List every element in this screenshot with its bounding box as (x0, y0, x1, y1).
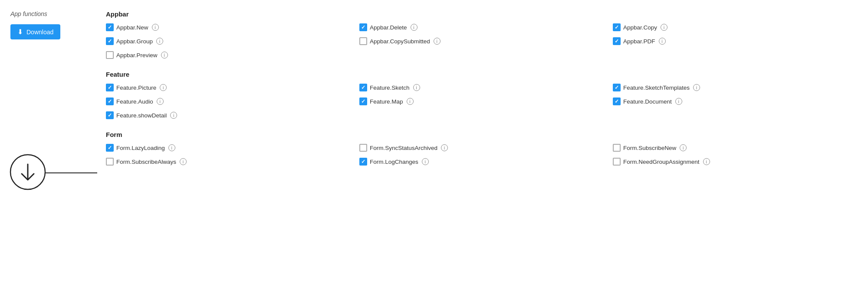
checkbox-item-feature-picture: ✓Feature.Picturei (106, 82, 351, 93)
checkbox-appbar-group[interactable]: ✓ (106, 37, 114, 45)
checkbox-item-feature-sketchtemplates: ✓Feature.SketchTemplatesi (613, 82, 858, 93)
label-feature-picture: Feature.Picture (116, 84, 156, 91)
checkbox-form-logchanges[interactable]: ✓ (359, 158, 367, 166)
checkbox-item-appbar-copysubmitted: Appbar.CopySubmittedi (359, 36, 604, 46)
checkbox-item-feature-audio: ✓Feature.Audioi (106, 96, 351, 107)
checkbox-item-appbar-new: ✓Appbar.Newi (106, 22, 351, 32)
info-icon-appbar-copy[interactable]: i (661, 24, 667, 31)
info-icon-appbar-copysubmitted[interactable]: i (434, 38, 441, 45)
checkbox-item-appbar-delete: ✓Appbar.Deletei (359, 22, 604, 32)
checkbox-item-form-syncstatusarchived: Form.SyncStatusArchivedi (359, 143, 604, 153)
info-icon-feature-map[interactable]: i (407, 98, 414, 105)
label-appbar-new: Appbar.New (116, 24, 148, 31)
label-feature-document: Feature.Document (623, 98, 672, 105)
checkbox-item-form-subscribealways: Form.SubscribeAlwaysi (106, 156, 351, 167)
label-appbar-pdf: Appbar.PDF (623, 38, 655, 45)
info-icon-feature-sketchtemplates[interactable]: i (693, 84, 700, 91)
checkmark-icon: ✓ (361, 159, 365, 164)
info-icon-form-logchanges[interactable]: i (422, 158, 429, 165)
checkmark-icon: ✓ (615, 25, 619, 30)
label-form-logchanges: Form.LogChanges (370, 159, 418, 165)
checkbox-appbar-copy[interactable]: ✓ (613, 23, 621, 31)
label-appbar-preview: Appbar.Preview (116, 52, 158, 58)
info-icon-feature-showdetail[interactable]: i (170, 112, 177, 119)
checkbox-form-syncstatusarchived[interactable] (359, 144, 367, 152)
label-appbar-copysubmitted: Appbar.CopySubmitted (370, 38, 430, 45)
checkbox-item-feature-map: ✓Feature.Mapi (359, 96, 604, 107)
info-icon-feature-audio[interactable]: i (157, 98, 164, 105)
checkbox-appbar-new[interactable]: ✓ (106, 23, 114, 31)
checkbox-feature-sketchtemplates[interactable]: ✓ (613, 84, 621, 91)
checkbox-item-_empty4 (613, 110, 858, 120)
download-icon: ⬇ (17, 28, 23, 36)
info-icon-appbar-pdf[interactable]: i (659, 38, 666, 45)
checkmark-icon: ✓ (361, 85, 365, 90)
checkbox-feature-picture[interactable]: ✓ (106, 84, 114, 91)
info-icon-form-lazyloading[interactable]: i (168, 144, 175, 151)
info-icon-appbar-preview[interactable]: i (161, 52, 168, 58)
checkbox-form-lazyloading[interactable]: ✓ (106, 144, 114, 152)
checkbox-feature-map[interactable]: ✓ (359, 98, 367, 105)
label-form-syncstatusarchived: Form.SyncStatusArchived (370, 145, 437, 151)
label-feature-audio: Feature.Audio (116, 98, 153, 105)
info-icon-appbar-group[interactable]: i (156, 38, 163, 45)
label-form-needgroupassignment: Form.NeedGroupAssignment (623, 159, 700, 165)
sidebar-title: App functions (10, 10, 47, 17)
checkbox-form-needgroupassignment[interactable] (613, 158, 621, 166)
checkbox-appbar-pdf[interactable]: ✓ (613, 37, 621, 45)
checkbox-feature-sketch[interactable]: ✓ (359, 84, 367, 91)
checkboxes-grid-feature: ✓Feature.Picturei✓Feature.Sketchi✓Featur… (106, 82, 858, 120)
checkbox-form-subscribenew[interactable] (613, 144, 621, 152)
label-form-subscribenew: Form.SubscribeNew (623, 145, 676, 151)
checkmark-icon: ✓ (361, 25, 365, 30)
info-icon-feature-document[interactable]: i (675, 98, 682, 105)
arrow-annotation (6, 150, 84, 213)
info-icon-appbar-new[interactable]: i (152, 24, 159, 31)
label-feature-map: Feature.Map (370, 98, 403, 105)
info-icon-form-subscribenew[interactable]: i (680, 144, 687, 151)
checkbox-feature-document[interactable]: ✓ (613, 98, 621, 105)
checkmark-icon: ✓ (108, 25, 112, 30)
label-form-lazyloading: Form.LazyLoading (116, 145, 165, 151)
download-label: Download (26, 29, 53, 36)
checkbox-feature-showdetail[interactable]: ✓ (106, 111, 114, 119)
info-icon-feature-sketch[interactable]: i (413, 84, 420, 91)
checkmark-icon: ✓ (615, 99, 619, 104)
checkboxes-grid-appbar: ✓Appbar.Newi✓Appbar.Deletei✓Appbar.Copyi… (106, 22, 858, 60)
download-button[interactable]: ⬇ Download (10, 24, 60, 39)
checkbox-item-_empty2 (613, 50, 858, 60)
info-icon-form-syncstatusarchived[interactable]: i (441, 144, 448, 151)
checkbox-feature-audio[interactable]: ✓ (106, 98, 114, 105)
section-title-form: Form (106, 131, 858, 138)
info-icon-form-subscribealways[interactable]: i (180, 158, 187, 165)
checkbox-item-feature-document: ✓Feature.Documenti (613, 96, 858, 107)
label-feature-sketchtemplates: Feature.SketchTemplates (623, 84, 690, 91)
info-icon-appbar-delete[interactable]: i (411, 24, 418, 31)
checkmark-icon: ✓ (615, 85, 619, 90)
info-icon-feature-picture[interactable]: i (160, 84, 167, 91)
checkbox-item-appbar-preview: Appbar.Previewi (106, 50, 351, 60)
annotation-svg (6, 150, 102, 194)
section-title-feature: Feature (106, 71, 858, 78)
checkbox-item-appbar-pdf: ✓Appbar.PDFi (613, 36, 858, 46)
checkmark-icon: ✓ (615, 39, 619, 44)
section-feature: Feature✓Feature.Picturei✓Feature.Sketchi… (106, 71, 858, 120)
checkbox-appbar-copysubmitted[interactable] (359, 37, 367, 45)
checkbox-item-form-needgroupassignment: Form.NeedGroupAssignmenti (613, 156, 858, 167)
sidebar: App functions ⬇ Download (10, 10, 89, 202)
checkmark-icon: ✓ (108, 113, 112, 118)
label-appbar-group: Appbar.Group (116, 38, 153, 45)
checkboxes-grid-form: ✓Form.LazyLoadingiForm.SyncStatusArchive… (106, 143, 858, 167)
checkbox-item-_empty1 (359, 50, 604, 60)
checkmark-icon: ✓ (108, 99, 112, 104)
label-appbar-copy: Appbar.Copy (623, 24, 657, 31)
checkbox-appbar-preview[interactable] (106, 51, 114, 59)
checkbox-form-subscribealways[interactable] (106, 158, 114, 166)
checkbox-item-_empty3 (359, 110, 604, 120)
checkbox-appbar-delete[interactable]: ✓ (359, 23, 367, 31)
checkbox-item-appbar-group: ✓Appbar.Groupi (106, 36, 351, 46)
checkbox-item-form-lazyloading: ✓Form.LazyLoadingi (106, 143, 351, 153)
checkmark-icon: ✓ (108, 145, 112, 150)
label-form-subscribealways: Form.SubscribeAlways (116, 159, 176, 165)
info-icon-form-needgroupassignment[interactable]: i (703, 158, 710, 165)
